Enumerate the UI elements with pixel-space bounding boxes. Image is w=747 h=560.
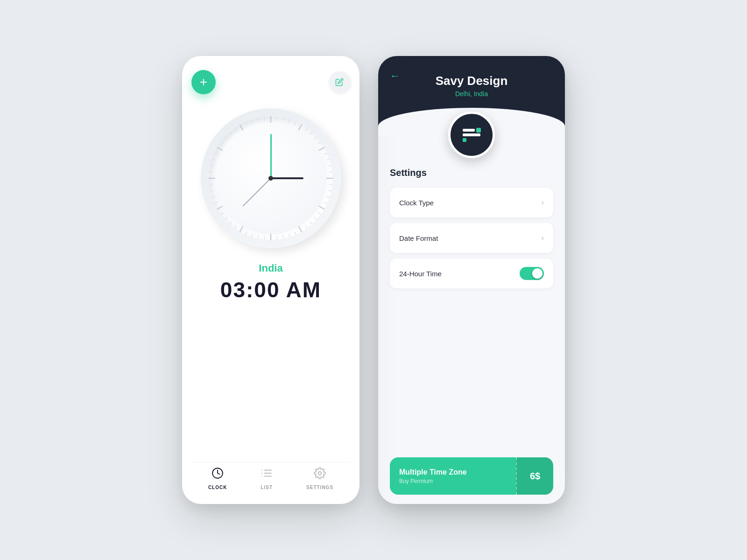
profile-location: Delhi, India xyxy=(455,90,488,98)
clock-nav-icon xyxy=(211,467,224,482)
svg-line-3 xyxy=(289,119,290,122)
clock-nav-label: CLOCK xyxy=(208,485,227,490)
logo-dot-green xyxy=(463,138,466,142)
svg-line-17 xyxy=(328,190,331,191)
svg-line-29 xyxy=(277,237,277,239)
second-hand xyxy=(242,178,271,207)
date-format-chevron-icon: › xyxy=(542,234,544,242)
svg-line-8 xyxy=(315,137,317,139)
svg-line-54 xyxy=(234,128,236,131)
svg-line-57 xyxy=(252,119,253,122)
svg-line-52 xyxy=(225,137,227,139)
svg-line-28 xyxy=(283,236,283,238)
add-button[interactable]: + xyxy=(191,70,216,94)
premium-text-area: Multiple Time Zone Buy Permium xyxy=(390,457,516,495)
nav-settings[interactable]: SETTINGS xyxy=(306,467,333,490)
logo-square-green xyxy=(476,128,481,133)
back-button[interactable]: ← xyxy=(390,70,400,82)
clock-city-label: India xyxy=(259,262,282,274)
svg-line-38 xyxy=(225,217,227,219)
edit-button[interactable] xyxy=(329,71,350,93)
avatar-container xyxy=(448,112,495,158)
nav-clock[interactable]: CLOCK xyxy=(208,467,227,490)
svg-line-48 xyxy=(212,159,215,160)
clock-time-display: 03:00 AM xyxy=(220,277,321,302)
right-header: ← Savy Design Delhi, India xyxy=(378,56,565,135)
svg-line-23 xyxy=(310,222,312,224)
hour-time-toggle[interactable] xyxy=(520,267,544,280)
svg-line-56 xyxy=(246,122,247,124)
svg-line-53 xyxy=(230,133,232,134)
svg-line-1 xyxy=(277,117,277,120)
svg-line-24 xyxy=(305,226,307,228)
logo-bar-white xyxy=(463,129,475,132)
svg-line-14 xyxy=(329,172,332,172)
left-phone: + India 0 xyxy=(182,56,359,504)
clock-type-chevron-icon: › xyxy=(542,198,544,207)
settings-nav-icon xyxy=(314,467,326,482)
settings-title: Settings xyxy=(390,168,553,178)
svg-line-21 xyxy=(318,213,321,215)
minute-hand xyxy=(270,134,272,178)
svg-line-42 xyxy=(212,196,215,197)
svg-line-41 xyxy=(214,202,217,203)
svg-line-7 xyxy=(310,133,312,134)
premium-banner[interactable]: Multiple Time Zone Buy Permium 6$ xyxy=(390,457,553,495)
right-body: Settings Clock Type › Date Format › 24-H… xyxy=(378,135,565,504)
svg-line-58 xyxy=(258,118,259,121)
settings-nav-label: SETTINGS xyxy=(306,485,333,490)
profile-name: Savy Design xyxy=(436,74,508,88)
svg-line-31 xyxy=(264,237,265,239)
logo-top-row xyxy=(463,128,481,133)
svg-line-5 xyxy=(299,125,302,130)
svg-line-9 xyxy=(318,142,321,144)
svg-line-22 xyxy=(315,217,317,219)
svg-line-55 xyxy=(240,125,243,130)
svg-line-26 xyxy=(295,232,296,234)
svg-line-46 xyxy=(210,172,212,172)
premium-subtitle: Buy Permium xyxy=(399,478,507,484)
settings-list: Clock Type › Date Format › 24-Hour Time xyxy=(390,188,553,448)
svg-line-47 xyxy=(211,166,213,166)
list-nav-icon xyxy=(261,467,273,482)
svg-line-36 xyxy=(234,226,236,228)
list-nav-label: LIST xyxy=(261,485,273,490)
avatar xyxy=(448,112,495,158)
svg-line-16 xyxy=(329,184,332,185)
clock-type-row[interactable]: Clock Type › xyxy=(390,188,553,217)
svg-line-51 xyxy=(221,142,223,144)
svg-line-4 xyxy=(295,122,296,124)
premium-title: Multiple Time Zone xyxy=(399,468,507,476)
svg-line-37 xyxy=(230,222,232,224)
logo-bottom-row xyxy=(463,138,466,142)
svg-line-12 xyxy=(327,159,330,160)
svg-line-39 xyxy=(221,213,223,215)
svg-line-34 xyxy=(246,232,247,234)
svg-line-11 xyxy=(324,153,327,154)
svg-line-32 xyxy=(258,236,259,238)
svg-line-33 xyxy=(252,234,253,237)
bottom-nav: CLOCK LIST SETTI xyxy=(191,462,350,495)
svg-line-40 xyxy=(218,206,222,209)
clock-center-dot xyxy=(268,176,273,181)
svg-line-35 xyxy=(240,227,243,231)
hour-time-label: 24-Hour Time xyxy=(399,270,442,278)
back-arrow-icon: ← xyxy=(390,70,400,82)
date-format-label: Date Format xyxy=(399,234,438,242)
svg-line-19 xyxy=(324,202,327,203)
hour-hand xyxy=(271,177,303,179)
svg-line-50 xyxy=(218,147,222,150)
svg-line-49 xyxy=(214,153,217,154)
avatar-logo xyxy=(463,128,481,142)
svg-line-18 xyxy=(327,196,330,197)
svg-line-10 xyxy=(319,147,324,150)
svg-line-20 xyxy=(319,206,324,209)
clock-type-label: Clock Type xyxy=(399,199,434,207)
hour-time-row: 24-Hour Time xyxy=(390,259,553,288)
svg-line-2 xyxy=(283,118,283,121)
svg-line-43 xyxy=(211,190,213,191)
plus-icon: + xyxy=(200,76,207,89)
nav-list[interactable]: LIST xyxy=(261,467,273,490)
logo-bar-white-long xyxy=(463,133,480,136)
date-format-row[interactable]: Date Format › xyxy=(390,223,553,253)
